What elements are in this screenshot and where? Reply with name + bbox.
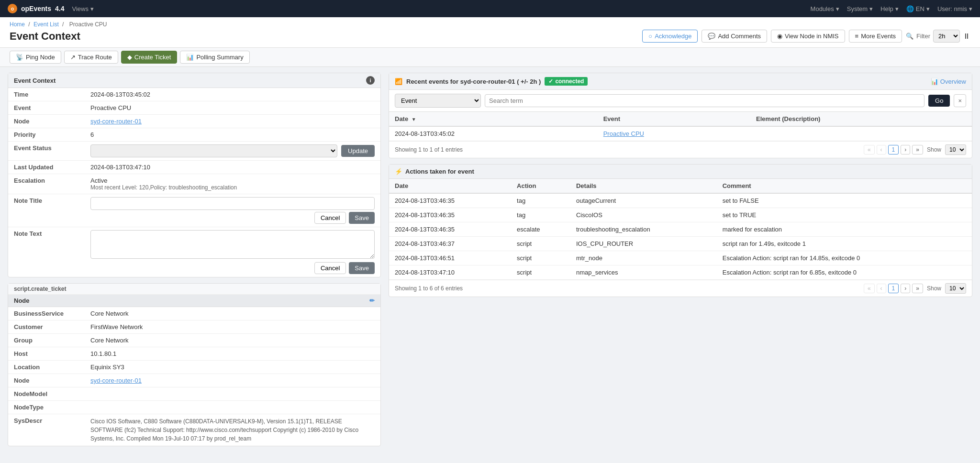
- actions-first-page-button[interactable]: «: [864, 284, 875, 293]
- event-label: Event: [8, 101, 85, 115]
- table-row: Escalation Active Most recent Level: 120…: [8, 174, 380, 194]
- action-comment-header: Comment: [717, 179, 972, 193]
- table-row: Event Status Open Closed Acknowledged: [8, 142, 380, 161]
- pause-button[interactable]: ⏸: [963, 32, 970, 41]
- table-row: 2024-08-13T03:45:02 Proactive CPU: [389, 126, 972, 141]
- node-info-table: BusinessService Core Network Customer Fi…: [8, 307, 380, 446]
- table-row: 2024-08-13T03:46:35 tag outageCurrent se…: [389, 193, 972, 208]
- event-context-header: Event Context i: [8, 73, 380, 88]
- note-text-save-button[interactable]: Save: [349, 262, 375, 274]
- views-menu[interactable]: Views ▾: [72, 5, 93, 12]
- note-title-cancel-button[interactable]: Cancel: [314, 212, 346, 224]
- node-link[interactable]: syd-core-router-01: [90, 118, 142, 125]
- help-menu[interactable]: Help ▾: [880, 5, 899, 12]
- views-chevron: ▾: [90, 5, 94, 12]
- actions-pagination-controls: « ‹ 1 › »: [864, 284, 923, 293]
- node-type-value: [85, 401, 380, 414]
- events-icon: ≡: [855, 33, 859, 40]
- lang-chevron: ▾: [926, 5, 930, 12]
- header-actions: ○ Acknowledge 💬 Add Comments ◉ View Node…: [642, 30, 970, 43]
- search-input[interactable]: [485, 94, 924, 107]
- event-value: Proactive CPU: [85, 101, 380, 115]
- table-row: BusinessService Core Network: [8, 307, 380, 320]
- breadcrumb-home[interactable]: Home: [10, 21, 25, 28]
- table-row: SysDescr Cisco IOS Software, C880 Softwa…: [8, 414, 380, 446]
- pagination-controls: « ‹ 1 › »: [864, 145, 923, 154]
- modules-menu[interactable]: Modules ▾: [811, 5, 839, 12]
- more-events-button[interactable]: ≡ More Events: [849, 30, 902, 43]
- language-menu[interactable]: 🌐 EN ▾: [906, 5, 930, 12]
- actions-showing: Showing 1 to 6 of 6 entries: [395, 285, 463, 292]
- action-row-comment: Escalation Action: script ran for 14.85s…: [717, 251, 972, 265]
- node-detail-link[interactable]: syd-core-router-01: [90, 377, 142, 384]
- actions-card: ⚡ Actions taken for event Date Action De…: [389, 164, 972, 297]
- action-row-comment: set to FALSE: [717, 193, 972, 208]
- polling-summary-button[interactable]: 📊 Polling Summary: [180, 51, 249, 64]
- trace-route-button[interactable]: ↗ Trace Route: [64, 51, 118, 64]
- sort-arrow-icon: ▼: [412, 117, 416, 122]
- next-page-button[interactable]: ›: [901, 145, 910, 154]
- event-context-body: Time 2024-08-13T03:45:02 Event Proactive…: [8, 88, 380, 277]
- table-row: Last Updated 2024-08-13T03:47:10: [8, 161, 380, 174]
- event-link[interactable]: Proactive CPU: [603, 130, 644, 137]
- acknowledge-button[interactable]: ○ Acknowledge: [642, 30, 698, 43]
- action-row-date: 2024-08-13T03:46:35: [389, 222, 511, 237]
- overview-icon: 📊: [931, 78, 938, 85]
- filter-time-select[interactable]: 2h 6h 24h: [933, 30, 960, 43]
- row-event: Proactive CPU: [598, 126, 750, 141]
- note-text-cancel-button[interactable]: Cancel: [314, 262, 346, 274]
- action-row-comment: marked for escalation: [717, 222, 972, 237]
- note-title-save-button[interactable]: Save: [349, 212, 375, 224]
- ping-node-button[interactable]: 📡 Ping Node: [10, 51, 61, 64]
- overview-link[interactable]: 📊 Overview: [931, 78, 966, 85]
- edit-node-icon[interactable]: ✏: [369, 297, 375, 304]
- event-status-row: Open Closed Acknowledged Update: [90, 144, 375, 157]
- show-select[interactable]: 10 25 50: [945, 144, 966, 155]
- toolbar: 📡 Ping Node ↗ Trace Route ◆ Create Ticke…: [0, 48, 980, 67]
- system-menu[interactable]: System ▾: [847, 5, 873, 12]
- table-row: Event Proactive CPU: [8, 101, 380, 115]
- event-context-title: Event Context: [14, 77, 56, 84]
- go-button[interactable]: Go: [928, 95, 950, 107]
- note-text-input[interactable]: [90, 230, 375, 259]
- actions-next-page-button[interactable]: ›: [901, 284, 910, 293]
- filter-icon: 🔍: [906, 33, 913, 40]
- time-label: Time: [8, 88, 85, 101]
- actions-prev-page-button[interactable]: ‹: [877, 284, 886, 293]
- comment-icon: 💬: [708, 33, 715, 40]
- action-row-details: nmap_services: [570, 265, 717, 280]
- create-ticket-button[interactable]: ◆ Create Ticket: [121, 51, 178, 64]
- actions-show-select[interactable]: 10 25 50: [945, 283, 966, 294]
- prev-page-button[interactable]: ‹: [877, 145, 886, 154]
- last-updated-value: 2024-08-13T03:47:10: [85, 161, 380, 174]
- left-panel: Event Context i Time 2024-08-13T03:45:02…: [8, 73, 381, 462]
- table-row: Location Equinix SY3: [8, 361, 380, 374]
- table-row: Note Title Cancel Save: [8, 194, 380, 227]
- view-node-button[interactable]: ◉ View Node in NMIS: [771, 30, 845, 43]
- actions-pagination: Showing 1 to 6 of 6 entries « ‹ 1 › » Sh…: [389, 280, 972, 297]
- last-page-button[interactable]: »: [912, 145, 923, 154]
- note-title-input[interactable]: [90, 197, 375, 210]
- breadcrumb-event-list[interactable]: Event List: [33, 21, 59, 28]
- actions-header-row: Date Action Details Comment: [389, 179, 972, 193]
- ticket-icon: ◆: [127, 54, 132, 61]
- connected-badge: ✓ connected: [545, 77, 588, 86]
- clear-button[interactable]: ×: [954, 94, 966, 107]
- note-title-actions: Cancel Save: [314, 212, 375, 224]
- table-header-row: Date ▼ Event Element (Description): [389, 112, 972, 126]
- location-value: Equinix SY3: [85, 361, 380, 374]
- table-row: Host 10.1.80.1: [8, 347, 380, 361]
- first-page-button[interactable]: «: [864, 145, 875, 154]
- event-status-select[interactable]: Open Closed Acknowledged: [90, 144, 337, 157]
- action-row-comment: set to TRUE: [717, 208, 972, 222]
- user-menu[interactable]: User: nmis ▾: [937, 5, 972, 12]
- action-row-details: IOS_CPU_ROUTER: [570, 237, 717, 251]
- actions-last-page-button[interactable]: »: [912, 284, 923, 293]
- main-content: Event Context i Time 2024-08-13T03:45:02…: [0, 67, 980, 463]
- table-row: NodeModel: [8, 387, 380, 401]
- table-row: Node syd-core-router-01: [8, 115, 380, 128]
- add-comments-button[interactable]: 💬 Add Comments: [702, 30, 767, 43]
- update-button[interactable]: Update: [341, 145, 375, 157]
- event-type-select[interactable]: Event: [395, 94, 481, 108]
- note-text-label: Note Text: [8, 227, 85, 277]
